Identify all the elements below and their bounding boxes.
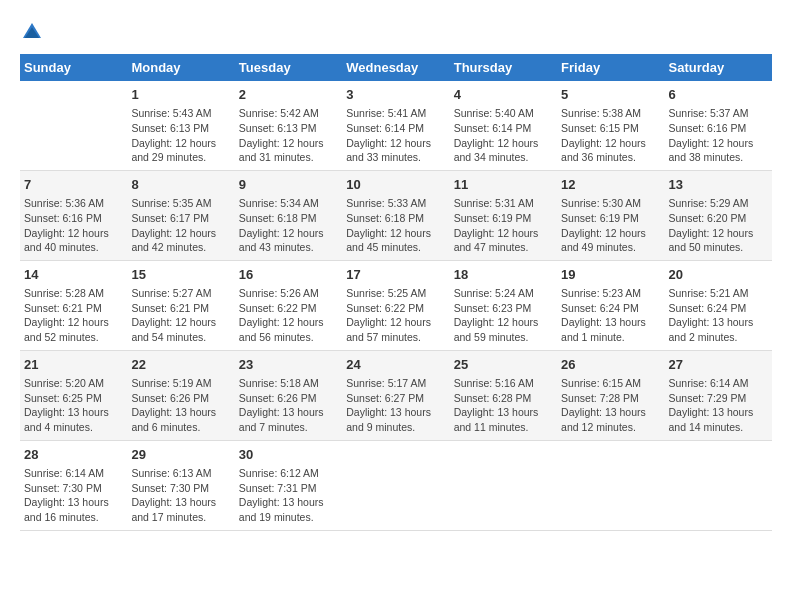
calendar-cell: 11Sunrise: 5:31 AM Sunset: 6:19 PM Dayli…	[450, 170, 557, 260]
day-number: 16	[239, 266, 338, 284]
calendar-cell	[665, 440, 772, 530]
day-number: 22	[131, 356, 230, 374]
logo	[20, 20, 48, 44]
calendar-cell: 7Sunrise: 5:36 AM Sunset: 6:16 PM Daylig…	[20, 170, 127, 260]
weekday-header: Monday	[127, 54, 234, 81]
calendar-cell: 16Sunrise: 5:26 AM Sunset: 6:22 PM Dayli…	[235, 260, 342, 350]
day-number: 2	[239, 86, 338, 104]
calendar-cell: 6Sunrise: 5:37 AM Sunset: 6:16 PM Daylig…	[665, 81, 772, 170]
day-number: 7	[24, 176, 123, 194]
day-number: 11	[454, 176, 553, 194]
calendar-cell: 2Sunrise: 5:42 AM Sunset: 6:13 PM Daylig…	[235, 81, 342, 170]
day-number: 25	[454, 356, 553, 374]
day-info: Sunrise: 6:14 AM Sunset: 7:30 PM Dayligh…	[24, 466, 123, 525]
day-info: Sunrise: 5:28 AM Sunset: 6:21 PM Dayligh…	[24, 286, 123, 345]
day-info: Sunrise: 5:40 AM Sunset: 6:14 PM Dayligh…	[454, 106, 553, 165]
day-number: 15	[131, 266, 230, 284]
calendar-cell: 29Sunrise: 6:13 AM Sunset: 7:30 PM Dayli…	[127, 440, 234, 530]
day-info: Sunrise: 5:41 AM Sunset: 6:14 PM Dayligh…	[346, 106, 445, 165]
day-number: 10	[346, 176, 445, 194]
day-info: Sunrise: 5:37 AM Sunset: 6:16 PM Dayligh…	[669, 106, 768, 165]
day-info: Sunrise: 5:20 AM Sunset: 6:25 PM Dayligh…	[24, 376, 123, 435]
day-number: 28	[24, 446, 123, 464]
day-info: Sunrise: 5:16 AM Sunset: 6:28 PM Dayligh…	[454, 376, 553, 435]
day-info: Sunrise: 5:38 AM Sunset: 6:15 PM Dayligh…	[561, 106, 660, 165]
calendar-cell: 18Sunrise: 5:24 AM Sunset: 6:23 PM Dayli…	[450, 260, 557, 350]
weekday-header: Friday	[557, 54, 664, 81]
day-info: Sunrise: 5:36 AM Sunset: 6:16 PM Dayligh…	[24, 196, 123, 255]
calendar-cell: 21Sunrise: 5:20 AM Sunset: 6:25 PM Dayli…	[20, 350, 127, 440]
day-info: Sunrise: 5:33 AM Sunset: 6:18 PM Dayligh…	[346, 196, 445, 255]
day-number: 23	[239, 356, 338, 374]
calendar-cell: 9Sunrise: 5:34 AM Sunset: 6:18 PM Daylig…	[235, 170, 342, 260]
calendar-cell: 8Sunrise: 5:35 AM Sunset: 6:17 PM Daylig…	[127, 170, 234, 260]
calendar-week-row: 7Sunrise: 5:36 AM Sunset: 6:16 PM Daylig…	[20, 170, 772, 260]
calendar-cell	[342, 440, 449, 530]
calendar-week-row: 28Sunrise: 6:14 AM Sunset: 7:30 PM Dayli…	[20, 440, 772, 530]
calendar-cell	[450, 440, 557, 530]
day-number: 20	[669, 266, 768, 284]
day-number: 24	[346, 356, 445, 374]
day-number: 6	[669, 86, 768, 104]
day-info: Sunrise: 5:17 AM Sunset: 6:27 PM Dayligh…	[346, 376, 445, 435]
day-info: Sunrise: 6:14 AM Sunset: 7:29 PM Dayligh…	[669, 376, 768, 435]
calendar-cell: 26Sunrise: 6:15 AM Sunset: 7:28 PM Dayli…	[557, 350, 664, 440]
calendar-cell: 12Sunrise: 5:30 AM Sunset: 6:19 PM Dayli…	[557, 170, 664, 260]
day-number: 21	[24, 356, 123, 374]
day-number: 29	[131, 446, 230, 464]
day-number: 5	[561, 86, 660, 104]
day-info: Sunrise: 5:21 AM Sunset: 6:24 PM Dayligh…	[669, 286, 768, 345]
day-number: 1	[131, 86, 230, 104]
day-info: Sunrise: 6:15 AM Sunset: 7:28 PM Dayligh…	[561, 376, 660, 435]
calendar-cell: 28Sunrise: 6:14 AM Sunset: 7:30 PM Dayli…	[20, 440, 127, 530]
weekday-header: Saturday	[665, 54, 772, 81]
day-number: 9	[239, 176, 338, 194]
weekday-header: Tuesday	[235, 54, 342, 81]
calendar-cell: 20Sunrise: 5:21 AM Sunset: 6:24 PM Dayli…	[665, 260, 772, 350]
day-info: Sunrise: 5:23 AM Sunset: 6:24 PM Dayligh…	[561, 286, 660, 345]
calendar-table: SundayMondayTuesdayWednesdayThursdayFrid…	[20, 54, 772, 531]
day-number: 17	[346, 266, 445, 284]
calendar-week-row: 21Sunrise: 5:20 AM Sunset: 6:25 PM Dayli…	[20, 350, 772, 440]
day-info: Sunrise: 6:13 AM Sunset: 7:30 PM Dayligh…	[131, 466, 230, 525]
weekday-header: Wednesday	[342, 54, 449, 81]
calendar-cell: 14Sunrise: 5:28 AM Sunset: 6:21 PM Dayli…	[20, 260, 127, 350]
day-number: 14	[24, 266, 123, 284]
calendar-cell: 5Sunrise: 5:38 AM Sunset: 6:15 PM Daylig…	[557, 81, 664, 170]
calendar-cell: 1Sunrise: 5:43 AM Sunset: 6:13 PM Daylig…	[127, 81, 234, 170]
day-info: Sunrise: 5:25 AM Sunset: 6:22 PM Dayligh…	[346, 286, 445, 345]
day-info: Sunrise: 5:19 AM Sunset: 6:26 PM Dayligh…	[131, 376, 230, 435]
calendar-cell: 23Sunrise: 5:18 AM Sunset: 6:26 PM Dayli…	[235, 350, 342, 440]
day-info: Sunrise: 5:27 AM Sunset: 6:21 PM Dayligh…	[131, 286, 230, 345]
day-info: Sunrise: 5:43 AM Sunset: 6:13 PM Dayligh…	[131, 106, 230, 165]
day-info: Sunrise: 5:31 AM Sunset: 6:19 PM Dayligh…	[454, 196, 553, 255]
day-info: Sunrise: 5:29 AM Sunset: 6:20 PM Dayligh…	[669, 196, 768, 255]
day-info: Sunrise: 5:42 AM Sunset: 6:13 PM Dayligh…	[239, 106, 338, 165]
calendar-cell: 27Sunrise: 6:14 AM Sunset: 7:29 PM Dayli…	[665, 350, 772, 440]
calendar-cell: 22Sunrise: 5:19 AM Sunset: 6:26 PM Dayli…	[127, 350, 234, 440]
calendar-cell	[20, 81, 127, 170]
day-number: 13	[669, 176, 768, 194]
weekday-header: Thursday	[450, 54, 557, 81]
calendar-cell: 3Sunrise: 5:41 AM Sunset: 6:14 PM Daylig…	[342, 81, 449, 170]
calendar-cell: 30Sunrise: 6:12 AM Sunset: 7:31 PM Dayli…	[235, 440, 342, 530]
day-number: 8	[131, 176, 230, 194]
calendar-cell: 17Sunrise: 5:25 AM Sunset: 6:22 PM Dayli…	[342, 260, 449, 350]
day-number: 12	[561, 176, 660, 194]
day-number: 18	[454, 266, 553, 284]
day-number: 19	[561, 266, 660, 284]
calendar-cell: 24Sunrise: 5:17 AM Sunset: 6:27 PM Dayli…	[342, 350, 449, 440]
day-info: Sunrise: 5:26 AM Sunset: 6:22 PM Dayligh…	[239, 286, 338, 345]
calendar-cell: 19Sunrise: 5:23 AM Sunset: 6:24 PM Dayli…	[557, 260, 664, 350]
day-info: Sunrise: 5:24 AM Sunset: 6:23 PM Dayligh…	[454, 286, 553, 345]
day-info: Sunrise: 5:34 AM Sunset: 6:18 PM Dayligh…	[239, 196, 338, 255]
calendar-week-row: 14Sunrise: 5:28 AM Sunset: 6:21 PM Dayli…	[20, 260, 772, 350]
calendar-week-row: 1Sunrise: 5:43 AM Sunset: 6:13 PM Daylig…	[20, 81, 772, 170]
calendar-cell: 13Sunrise: 5:29 AM Sunset: 6:20 PM Dayli…	[665, 170, 772, 260]
weekday-header-row: SundayMondayTuesdayWednesdayThursdayFrid…	[20, 54, 772, 81]
day-number: 27	[669, 356, 768, 374]
day-info: Sunrise: 5:35 AM Sunset: 6:17 PM Dayligh…	[131, 196, 230, 255]
logo-icon	[20, 20, 44, 44]
day-info: Sunrise: 6:12 AM Sunset: 7:31 PM Dayligh…	[239, 466, 338, 525]
weekday-header: Sunday	[20, 54, 127, 81]
